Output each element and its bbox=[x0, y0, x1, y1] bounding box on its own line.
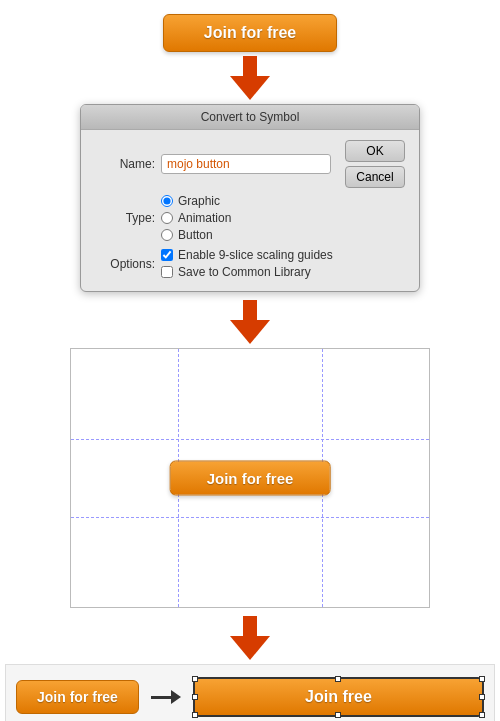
radio-animation-input[interactable] bbox=[161, 212, 173, 224]
arrow-right-head bbox=[171, 690, 181, 704]
handle-tl bbox=[192, 676, 198, 682]
cancel-button[interactable]: Cancel bbox=[345, 166, 405, 188]
arrow-shaft-1 bbox=[243, 56, 257, 76]
dialog-type-row: Type: Graphic Animation Button bbox=[95, 194, 405, 242]
name-input[interactable] bbox=[161, 154, 331, 174]
convert-to-symbol-dialog: Convert to Symbol Name: OK Cancel Type: … bbox=[80, 104, 420, 292]
handle-bl bbox=[192, 712, 198, 718]
dialog-body: Name: OK Cancel Type: Graphic Animation bbox=[81, 130, 419, 291]
radio-graphic[interactable]: Graphic bbox=[161, 194, 231, 208]
arrow-head-2 bbox=[230, 320, 270, 344]
dialog-name-row: Name: OK Cancel bbox=[95, 140, 405, 188]
handle-tm bbox=[335, 676, 341, 682]
radio-button-label: Button bbox=[178, 228, 213, 242]
dialog-options-row: Options: Enable 9-slice scaling guides S… bbox=[95, 248, 405, 279]
arrow-shaft-3 bbox=[243, 616, 257, 636]
type-label: Type: bbox=[95, 211, 155, 225]
ok-button[interactable]: OK bbox=[345, 140, 405, 162]
option-9slice-label: Enable 9-slice scaling guides bbox=[178, 248, 333, 262]
arrow-head-1 bbox=[230, 76, 270, 100]
handle-bm bbox=[335, 712, 341, 718]
handle-ml bbox=[192, 694, 198, 700]
radio-animation-label: Animation bbox=[178, 211, 231, 225]
join-free-button-small[interactable]: Join for free bbox=[16, 680, 139, 714]
radio-graphic-label: Graphic bbox=[178, 194, 220, 208]
arrow-1 bbox=[230, 56, 270, 100]
join-free-button-top[interactable]: Join for free bbox=[163, 14, 337, 52]
canvas-area: Join for free bbox=[70, 348, 430, 608]
arrow-shaft-2 bbox=[243, 300, 257, 320]
handle-mr bbox=[479, 694, 485, 700]
join-free-large-label: Join free bbox=[305, 688, 372, 705]
name-label: Name: bbox=[95, 157, 155, 171]
radio-button[interactable]: Button bbox=[161, 228, 231, 242]
option-9slice-input[interactable] bbox=[161, 249, 173, 261]
option-common-library-label: Save to Common Library bbox=[178, 265, 311, 279]
dialog-title: Convert to Symbol bbox=[81, 105, 419, 130]
options-group: Enable 9-slice scaling guides Save to Co… bbox=[161, 248, 333, 279]
options-label: Options: bbox=[95, 257, 155, 271]
type-radio-group: Graphic Animation Button bbox=[161, 194, 231, 242]
option-9slice[interactable]: Enable 9-slice scaling guides bbox=[161, 248, 333, 262]
arrow-right bbox=[151, 690, 181, 704]
option-common-library-input[interactable] bbox=[161, 266, 173, 278]
arrow-right-shaft bbox=[151, 696, 171, 699]
radio-graphic-input[interactable] bbox=[161, 195, 173, 207]
guide-horizontal-2 bbox=[71, 517, 429, 518]
radio-button-input[interactable] bbox=[161, 229, 173, 241]
arrow-3 bbox=[230, 616, 270, 660]
guide-horizontal-1 bbox=[71, 439, 429, 440]
arrow-head-3 bbox=[230, 636, 270, 660]
join-free-button-large[interactable]: Join free bbox=[193, 677, 484, 717]
top-section: Join for free bbox=[163, 14, 337, 52]
arrow-2 bbox=[230, 300, 270, 344]
option-common-library[interactable]: Save to Common Library bbox=[161, 265, 333, 279]
dialog-buttons: OK Cancel bbox=[345, 140, 405, 188]
radio-animation[interactable]: Animation bbox=[161, 211, 231, 225]
handle-br bbox=[479, 712, 485, 718]
handle-tr bbox=[479, 676, 485, 682]
canvas-join-button[interactable]: Join for free bbox=[170, 461, 331, 496]
bottom-section: Join for free Join free bbox=[5, 664, 495, 721]
